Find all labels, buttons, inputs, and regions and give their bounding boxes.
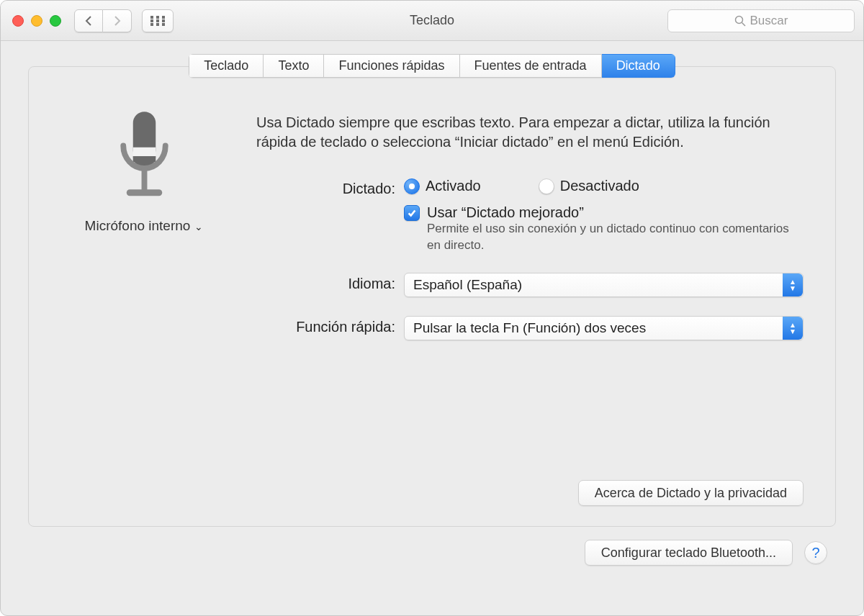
enhanced-dictation-check[interactable]: Usar “Dictado mejorado” (404, 204, 804, 221)
content: Teclado Texto Funciones rápidas Fuentes … (1, 41, 863, 615)
radio-on[interactable] (404, 178, 420, 194)
dictation-off-label: Desactivado (560, 178, 639, 194)
svg-rect-15 (126, 189, 162, 196)
svg-rect-2 (162, 16, 165, 19)
dictation-on-label: Activado (426, 178, 481, 194)
microphone-label: Micrófono interno (85, 218, 191, 234)
svg-rect-0 (150, 16, 153, 19)
intro-text: Usa Dictado siempre que escribas texto. … (256, 113, 804, 152)
tabbar: Teclado Texto Funciones rápidas Fuentes … (189, 54, 675, 78)
dictation-panel: Micrófono interno ⌄ Usa Dictado siempre … (28, 66, 836, 527)
language-row: Idioma: Español (España) ▲▼ (256, 273, 804, 297)
svg-rect-1 (156, 16, 159, 19)
enhanced-desc: Permite el uso sin conexión y un dictado… (427, 221, 801, 254)
updown-arrows-icon: ▲▼ (783, 317, 803, 340)
search-placeholder: Buscar (750, 14, 788, 28)
search-field[interactable]: Buscar (667, 9, 855, 32)
privacy-button[interactable]: Acerca de Dictado y la privacidad (578, 480, 804, 506)
tab-funciones[interactable]: Funciones rápidas (324, 54, 459, 78)
language-label: Idioma: (256, 273, 404, 292)
chevron-down-icon: ⌄ (194, 221, 203, 232)
svg-rect-4 (156, 19, 159, 22)
language-select[interactable]: Español (España) ▲▼ (404, 273, 804, 297)
tab-fuentes[interactable]: Fuentes de entrada (460, 54, 602, 78)
dictation-label: Dictado: (256, 178, 404, 197)
help-button[interactable]: ? (804, 541, 827, 564)
svg-rect-12 (132, 148, 156, 156)
svg-rect-8 (162, 23, 165, 26)
svg-rect-3 (150, 19, 153, 22)
tab-teclado[interactable]: Teclado (189, 54, 264, 78)
dictation-row: Dictado: Activado Desactivado (256, 178, 804, 254)
svg-rect-5 (162, 19, 165, 22)
settings-column: Usa Dictado siempre que escribas texto. … (256, 110, 804, 340)
shortcut-label: Función rápida: (256, 316, 404, 335)
forward-button[interactable] (103, 9, 132, 32)
search-icon (734, 15, 746, 27)
traffic-lights (12, 15, 61, 27)
shortcut-select[interactable]: Pulsar la tecla Fn (Función) dos veces ▲… (404, 316, 804, 340)
show-all-button[interactable] (142, 9, 174, 32)
close-window-button[interactable] (12, 15, 24, 27)
shortcut-row: Función rápida: Pulsar la tecla Fn (Func… (256, 316, 804, 340)
back-button[interactable] (74, 9, 103, 32)
svg-rect-7 (156, 23, 159, 26)
microphone-select[interactable]: Micrófono interno ⌄ (85, 218, 204, 234)
svg-line-10 (742, 22, 745, 26)
microphone-icon (110, 110, 179, 211)
tab-dictado[interactable]: Dictado (602, 54, 675, 78)
show-all-group (142, 9, 174, 32)
svg-point-9 (735, 16, 742, 23)
microphone-column: Micrófono interno ⌄ (60, 110, 228, 340)
bottom-bar: Configurar teclado Bluetooth... ? (28, 527, 836, 566)
shortcut-value: Pulsar la tecla Fn (Función) dos veces (413, 320, 646, 336)
dictation-on-option[interactable]: Activado (404, 178, 481, 194)
dictation-off-option[interactable]: Desactivado (539, 178, 639, 194)
language-value: Español (España) (413, 277, 522, 293)
tab-texto[interactable]: Texto (264, 54, 324, 78)
panel-footer: Acerca de Dictado y la privacidad (578, 480, 804, 506)
checkbox-enhanced[interactable] (404, 205, 420, 221)
bluetooth-keyboard-button[interactable]: Configurar teclado Bluetooth... (585, 540, 793, 566)
zoom-window-button[interactable] (50, 15, 61, 27)
minimize-window-button[interactable] (31, 15, 42, 27)
nav-back-forward (74, 9, 132, 32)
radio-off[interactable] (539, 178, 554, 194)
svg-rect-14 (141, 168, 147, 191)
updown-arrows-icon: ▲▼ (783, 273, 803, 296)
enhanced-label: Usar “Dictado mejorado” (427, 204, 584, 221)
svg-rect-6 (150, 23, 153, 26)
preferences-window: Teclado Buscar Teclado Texto Funciones r… (0, 0, 864, 616)
titlebar: Teclado Buscar (1, 1, 863, 41)
